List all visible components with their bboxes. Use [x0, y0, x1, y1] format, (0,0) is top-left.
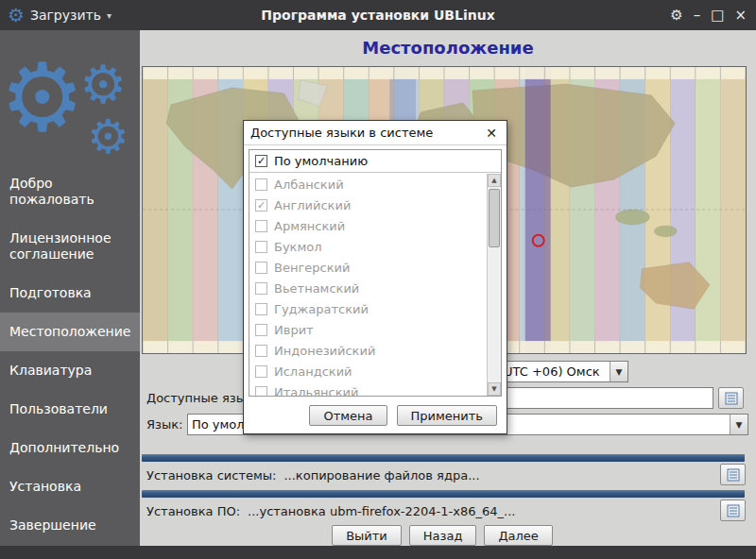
language-checkbox[interactable] [255, 324, 267, 336]
scrollbar[interactable]: ▲ ▼ [487, 174, 501, 396]
chevron-down-icon: ▾ [107, 10, 112, 21]
sidebar-item[interactable]: Завершение [0, 506, 140, 545]
language-list-item[interactable]: Букмол [249, 236, 487, 257]
language-label: Язык: [146, 417, 182, 432]
minimize-icon[interactable]: – [694, 8, 701, 23]
load-menu-button[interactable]: ⚙ Загрузить ▾ [0, 6, 112, 25]
settings-gear-icon[interactable]: ⚙ [670, 8, 682, 23]
sidebar-item[interactable]: Подготовка [0, 274, 140, 313]
language-checkbox[interactable] [255, 303, 267, 315]
window-title: Программа установки UBLinux [0, 8, 756, 23]
large-gear-icon: ⚙ [0, 51, 85, 145]
language-item-label: Исландский [274, 364, 352, 379]
language-item-label: Армянский [274, 219, 345, 233]
language-item-label: Индонезийский [274, 344, 375, 358]
language-checkbox[interactable] [255, 386, 267, 397]
language-list-item[interactable]: Албанский [249, 174, 487, 195]
back-button[interactable]: Назад [409, 525, 477, 546]
software-log-button[interactable] [720, 500, 746, 521]
timezone-select[interactable]: (UTC +06) Омск ▼ [494, 361, 628, 382]
language-checkbox[interactable] [255, 178, 267, 191]
language-list-item[interactable]: Иврит [249, 319, 487, 340]
close-icon[interactable]: × [734, 8, 747, 23]
system-install-label: Установка системы: [146, 468, 276, 483]
language-list-item[interactable]: Гуджаратский [249, 298, 487, 319]
language-checkbox[interactable] [255, 365, 267, 378]
sidebar-item[interactable]: Лицензионное соглашение [0, 219, 140, 274]
language-list-item[interactable]: Армянский [249, 215, 487, 236]
gears-graphic: ⚙ ⚙ ⚙ [0, 30, 140, 164]
combo-arrow-icon[interactable]: ▼ [730, 415, 747, 434]
language-list-item[interactable]: Индонезийский [249, 340, 487, 361]
sidebar: ⚙ ⚙ ⚙ Добро пожаловатьЛицензионное согла… [0, 30, 140, 546]
language-list-item[interactable]: Венгерский [249, 257, 487, 278]
sidebar-item[interactable]: Местоположение [0, 313, 140, 351]
language-item-label: Вьетнамский [274, 281, 359, 296]
software-progress-bar [142, 490, 745, 498]
small-gear-icon: ⚙ [87, 113, 129, 161]
scroll-down-icon[interactable]: ▼ [488, 382, 501, 396]
language-item-label: Букмол [274, 240, 322, 254]
list-icon [725, 392, 738, 405]
medium-gear-icon: ⚙ [79, 59, 127, 111]
sidebar-item[interactable]: Клавиатура [0, 351, 140, 390]
dialog-footer: Отмена Применить [244, 405, 497, 426]
default-language-option[interactable]: ✓ По умолчанию [249, 150, 501, 173]
cancel-button[interactable]: Отмена [309, 405, 387, 426]
language-item-label: Иврит [274, 323, 314, 337]
selected-timezone-band [525, 67, 551, 353]
maximize-icon[interactable]: □ [711, 8, 724, 23]
log-icon [727, 504, 740, 517]
sidebar-item[interactable]: Пользователи [0, 390, 140, 429]
dialog-frame: ✓ По умолчанию Албанский✓АнглийскийАрмян… [249, 149, 502, 397]
sidebar-nav: Добро пожаловатьЛицензионное соглашениеП… [0, 164, 140, 545]
software-progress-fill [142, 490, 745, 498]
language-list-item[interactable]: ✓Английский [249, 195, 487, 215]
language-checkbox[interactable] [255, 262, 267, 274]
combo-arrow-icon[interactable]: ▼ [610, 362, 627, 381]
dialog-titlebar[interactable]: Доступные языки в системе ✕ [244, 121, 507, 145]
language-item-label: Итальянский [274, 385, 358, 397]
language-list-item[interactable]: Исландский [249, 361, 487, 381]
scrollbar-thumb[interactable] [489, 189, 500, 247]
language-list: Албанский✓АнглийскийАрмянскийБукмолВенге… [249, 174, 487, 396]
edit-languages-button[interactable] [718, 387, 744, 409]
default-checkbox-label: По умолчанию [274, 154, 368, 168]
language-item-label: Албанский [274, 178, 344, 192]
load-menu-label: Загрузить [30, 8, 101, 23]
language-list-item[interactable]: Вьетнамский [249, 278, 487, 298]
language-checkbox[interactable]: ✓ [255, 199, 267, 212]
exit-button[interactable]: Выйти [332, 525, 402, 546]
dialog-title: Доступные языки в системе [250, 126, 433, 140]
system-log-button[interactable] [720, 464, 746, 485]
next-button[interactable]: Далее [484, 525, 552, 546]
system-progress-bar [142, 454, 745, 462]
language-item-label: Английский [274, 198, 351, 212]
footer-buttons: Выйти Назад Далее [140, 525, 745, 546]
software-install-label: Установка ПО: [146, 504, 240, 518]
scroll-up-icon[interactable]: ▲ [488, 174, 501, 187]
timezone-value: (UTC +06) Омск [499, 362, 609, 381]
dialog-close-icon[interactable]: ✕ [483, 125, 500, 142]
system-progress-fill [142, 454, 745, 462]
log-icon [727, 468, 740, 482]
language-checkbox[interactable] [255, 241, 267, 253]
bottom-bar [0, 546, 756, 559]
system-install-status: ...копирование файлов ядра... [284, 468, 479, 483]
language-checkbox[interactable] [255, 345, 267, 357]
language-checkbox[interactable] [255, 282, 267, 295]
sidebar-item[interactable]: Установка [0, 467, 140, 506]
sidebar-item[interactable]: Дополнительно [0, 429, 140, 467]
installer-window: Программа установки UBLinux ⚙ Загрузить … [0, 0, 756, 559]
language-list-item[interactable]: Итальянский [249, 381, 487, 396]
language-checkbox[interactable] [255, 220, 267, 232]
language-item-label: Венгерский [274, 261, 350, 275]
language-item-label: Гуджаратский [274, 302, 369, 316]
default-checkbox[interactable]: ✓ [255, 155, 267, 167]
languages-dialog: Доступные языки в системе ✕ ✓ По умолчан… [243, 120, 507, 434]
apply-button[interactable]: Применить [397, 405, 497, 426]
page-title: Местоположение [140, 38, 756, 58]
software-install-status: ...установка ubm-firefox-2204-1-x86_64_.… [248, 504, 515, 518]
app-logo-gear-icon: ⚙ [8, 6, 25, 25]
sidebar-item[interactable]: Добро пожаловать [0, 164, 140, 219]
